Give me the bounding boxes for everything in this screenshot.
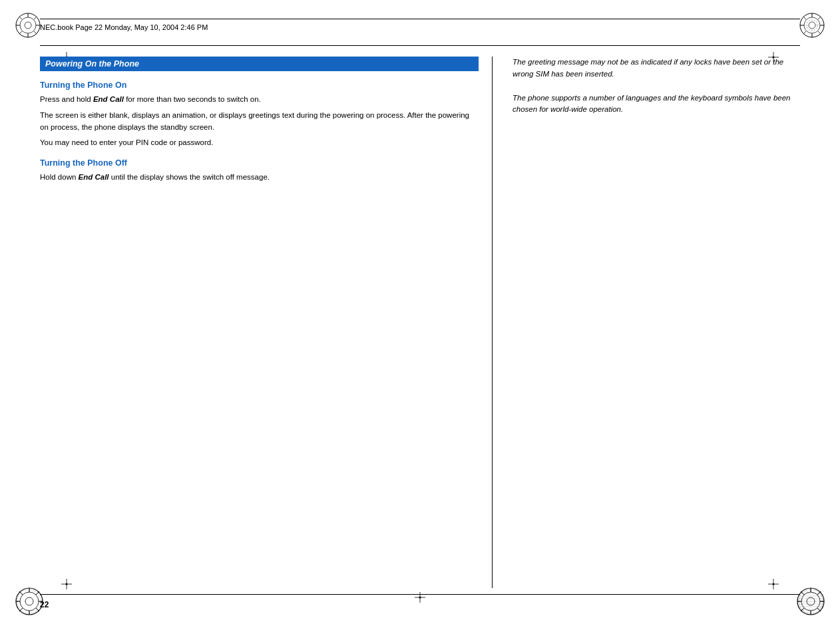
svg-line-13 [19, 17, 22, 19]
sidebar-note-2-text: The phone supports a number of languages… [513, 92, 800, 116]
subsection-title-off: Turning the Phone Off [40, 158, 479, 168]
gear-icon-tl [15, 12, 41, 39]
para-screen: The screen is either blank, displays an … [40, 110, 479, 134]
svg-point-7 [20, 17, 36, 33]
svg-line-16 [19, 31, 22, 34]
svg-point-18 [804, 17, 820, 33]
gear-icon-tr [799, 12, 825, 39]
top-bar: NEC.book Page 22 Monday, May 10, 2004 2:… [40, 19, 800, 31]
para-hold-down: Hold down End Call until the display sho… [40, 172, 479, 184]
svg-point-19 [809, 22, 815, 29]
end-call-ref-1: End Call [93, 95, 124, 103]
svg-point-30 [20, 592, 39, 611]
svg-point-31 [25, 597, 33, 605]
sidebar-note-2: The phone supports a number of languages… [513, 92, 800, 116]
page-number: 22 [40, 600, 49, 609]
svg-point-62 [419, 597, 421, 599]
svg-line-26 [818, 17, 821, 19]
svg-line-50 [817, 591, 821, 595]
section-header: Powering On the Phone [40, 57, 479, 71]
svg-line-49 [817, 608, 821, 611]
svg-point-28 [807, 20, 817, 31]
subsection-turning-off: Turning the Phone Off Hold down End Call… [40, 158, 479, 184]
svg-line-27 [803, 31, 806, 34]
page: NEC.book Page 22 Monday, May 10, 2004 2:… [0, 0, 840, 628]
svg-line-38 [36, 591, 39, 595]
left-column: Powering On the Phone Turning the Phone … [40, 57, 493, 588]
bottom-border-line [40, 594, 800, 595]
svg-line-15 [34, 17, 37, 19]
svg-line-51 [801, 608, 804, 611]
sidebar-note-1: The greeting message may not be as indic… [513, 57, 800, 80]
main-content: Powering On the Phone Turning the Phone … [40, 57, 800, 588]
svg-line-24 [803, 17, 806, 19]
svg-line-37 [36, 608, 39, 611]
sidebar-note-1-text: The greeting message may not be as indic… [513, 57, 800, 80]
svg-line-25 [818, 31, 821, 34]
svg-line-48 [801, 591, 804, 595]
right-column: The greeting message may not be as indic… [493, 57, 800, 588]
subsection-title-on: Turning the Phone On [40, 80, 479, 90]
svg-point-8 [25, 22, 31, 29]
gear-icon-br [796, 587, 825, 616]
para-press-hold: Press and hold End Call for more than tw… [40, 94, 479, 106]
file-info: NEC.book Page 22 Monday, May 10, 2004 2:… [40, 23, 208, 31]
para-pin: You may need to enter your PIN code or p… [40, 137, 479, 149]
subsection-turning-on: Turning the Phone On Press and hold End … [40, 80, 479, 149]
top-border-line [40, 45, 800, 46]
end-call-ref-2: End Call [79, 173, 109, 181]
svg-line-14 [34, 31, 37, 34]
